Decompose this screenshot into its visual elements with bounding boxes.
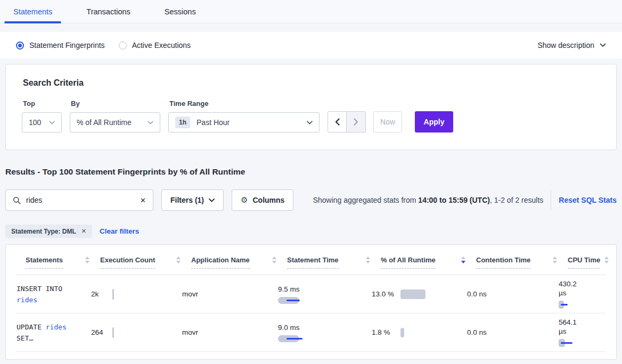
columns-button[interactable]: ⚙ Columns: [232, 189, 293, 211]
columns-label: Columns: [252, 196, 284, 204]
cpu-time-cell-bar: [559, 339, 565, 347]
statement-line: UPDATE rides: [17, 321, 78, 333]
column-header-label: Statement Time: [287, 256, 339, 264]
sort-desc-icon: [366, 261, 370, 263]
chevron-down-icon: [600, 43, 606, 47]
tab-transactions[interactable]: Transactions: [77, 0, 139, 23]
pct-runtime-cell: 1.8 %: [372, 328, 467, 337]
execution-count-bar: [112, 289, 114, 300]
search-box[interactable]: ✕: [5, 189, 153, 211]
sort-asc-icon: [85, 257, 89, 259]
vertical-divider: [551, 191, 551, 210]
column-header-of-all-runtime[interactable]: % of All Runtime: [381, 256, 476, 264]
statement-time-cell-bar: [278, 297, 299, 304]
gear-icon: ⚙: [241, 195, 248, 205]
time-window-arrows: [328, 111, 366, 133]
sort-icon[interactable]: [457, 257, 465, 263]
pct-runtime-bar: [400, 328, 404, 337]
statement-fingerprint-link[interactable]: rides: [17, 296, 37, 304]
arrow-right-icon: [354, 118, 358, 126]
radio-unselected-icon[interactable]: [119, 42, 127, 49]
view-mode-bar: Statement Fingerprints Active Executions…: [0, 32, 622, 59]
contention-time-value: 0.0 ns: [467, 328, 487, 336]
application-name-cell: movr: [182, 328, 278, 336]
by-field-group: By % of All Runtime: [70, 100, 160, 133]
top-select[interactable]: 100: [22, 112, 62, 133]
reset-sql-stats-link[interactable]: Reset SQL Stats: [559, 196, 617, 204]
radio-active-executions[interactable]: Active Executions: [119, 41, 191, 49]
time-range-label: Time Range: [169, 100, 320, 107]
sort-desc-icon: [604, 261, 609, 263]
next-time-window-button[interactable]: [347, 111, 366, 133]
column-header-label: Contention Time: [476, 256, 530, 264]
statement-time-cell-stddev-line: [287, 300, 300, 301]
previous-time-window-button[interactable]: [328, 111, 347, 133]
sort-icon[interactable]: [549, 257, 557, 263]
radio-statement-fingerprints[interactable]: Statement Fingerprints: [16, 41, 105, 49]
time-range-field-group: Time Range 1h Past Hour: [168, 100, 320, 133]
arrow-left-icon: [335, 118, 340, 126]
sort-desc-icon: [272, 261, 276, 263]
sort-icon[interactable]: [172, 257, 181, 263]
execution-count-value: 2k: [91, 290, 112, 298]
now-button[interactable]: Now: [373, 111, 402, 133]
active-filters-row: Statement Type: DML ✕ Clear filters: [5, 225, 617, 238]
sort-asc-icon: [461, 257, 465, 259]
by-label: By: [71, 100, 160, 107]
sort-icon[interactable]: [81, 257, 89, 263]
apply-button[interactable]: Apply: [415, 111, 453, 133]
time-range-select[interactable]: 1h Past Hour: [168, 112, 320, 133]
sort-asc-icon: [176, 257, 181, 259]
by-select-value: % of All Runtime: [77, 118, 132, 127]
column-header-statement-time[interactable]: Statement Time: [287, 256, 381, 264]
pct-runtime-value: 1.8 %: [372, 328, 396, 337]
table-row: INSERT INTOrides2kmovr9.5 ms13.0 %0.0 ns…: [17, 275, 605, 313]
filter-chip-statement-type[interactable]: Statement Type: DML ✕: [5, 225, 92, 238]
column-header-application-name[interactable]: Application Name: [191, 256, 287, 264]
sort-icon[interactable]: [362, 257, 370, 263]
application-name-value: movr: [182, 290, 198, 298]
results-summary: Showing aggregated stats from 14:00 to 1…: [313, 196, 544, 204]
radio-label: Active Executions: [132, 41, 191, 49]
show-description-label: Show description: [537, 41, 594, 49]
contention-time-cell: 0.0 ns: [467, 328, 559, 336]
statement-time-cell-value: 9.0 ms: [278, 323, 359, 332]
column-header-contention-time[interactable]: Contention Time: [476, 256, 568, 264]
statement-cell: UPDATE ridesSET…: [17, 321, 91, 344]
column-header-statements[interactable]: Statements: [26, 256, 100, 264]
statement-text: INSERT INTO: [17, 285, 62, 293]
sort-asc-icon: [553, 257, 557, 259]
radio-selected-icon[interactable]: [16, 42, 24, 49]
clear-search-icon[interactable]: ✕: [140, 196, 146, 204]
by-select[interactable]: % of All Runtime: [70, 112, 160, 133]
tab-statements[interactable]: Statements: [4, 0, 61, 23]
filter-chip-label: Statement Type: DML: [11, 228, 76, 235]
statement-time-cell-value: 9.5 ms: [278, 285, 359, 294]
column-header-execution-count[interactable]: Execution Count: [100, 256, 191, 264]
statement-text: UPDATE: [17, 323, 46, 331]
show-description-toggle[interactable]: Show description: [537, 41, 606, 49]
sort-icon[interactable]: [268, 257, 276, 263]
search-input[interactable]: [26, 196, 140, 204]
statement-fingerprint-link[interactable]: rides: [46, 323, 67, 331]
chevron-down-icon: [148, 121, 153, 125]
column-header-label: Application Name: [191, 256, 250, 264]
application-name-cell: movr: [182, 290, 278, 298]
clear-filters-link[interactable]: Clear filters: [100, 227, 139, 235]
table-header-row: StatementsExecution CountApplication Nam…: [17, 245, 605, 275]
tab-sessions[interactable]: Sessions: [156, 0, 205, 23]
sort-icon[interactable]: [600, 257, 609, 263]
radio-label: Statement Fingerprints: [29, 41, 105, 49]
execution-count-value: 264: [91, 328, 112, 336]
chip-close-icon[interactable]: ✕: [81, 228, 86, 235]
top-field-group: Top 100: [22, 100, 62, 133]
sort-desc-icon: [461, 261, 465, 263]
execution-count-bar: [112, 327, 114, 338]
sort-desc-icon: [176, 261, 181, 263]
statement-time-cell: 9.5 ms: [278, 285, 372, 304]
application-name-value: movr: [182, 328, 198, 336]
pct-runtime-value: 13.0 %: [372, 289, 396, 299]
filters-button[interactable]: Filters (1): [161, 189, 224, 211]
pct-runtime-cell: 13.0 %: [372, 289, 467, 299]
column-header-cpu-time[interactable]: CPU Time: [568, 256, 617, 264]
